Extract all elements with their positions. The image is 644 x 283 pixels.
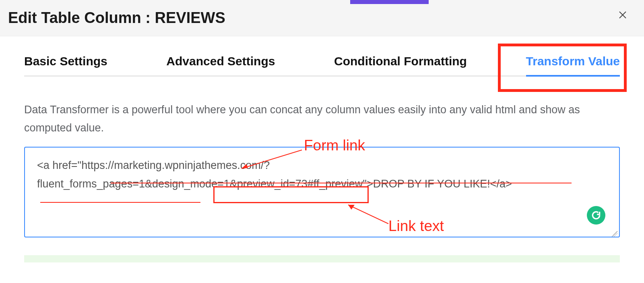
tab-bar: Basic Settings Advanced Settings Conditi… (24, 54, 620, 77)
tab-transform-value[interactable]: Transform Value (526, 54, 620, 75)
tab-conditional-formatting[interactable]: Conditional Formatting (334, 54, 467, 75)
content-area: Basic Settings Advanced Settings Conditi… (0, 54, 644, 262)
transform-value-textarea[interactable] (24, 147, 620, 237)
close-icon[interactable] (616, 8, 630, 22)
modal-header: Edit Table Column : REVIEWS (0, 0, 644, 36)
textarea-wrapper (24, 147, 620, 239)
grammarly-icon[interactable] (587, 206, 605, 225)
tab-advanced-settings[interactable]: Advanced Settings (166, 54, 275, 75)
page-title: Edit Table Column : REVIEWS (8, 9, 225, 27)
description-text: Data Transformer is a powerful tool wher… (24, 101, 620, 137)
purple-accent-bar (350, 0, 429, 4)
footer-green-bar (24, 255, 620, 262)
tab-basic-settings[interactable]: Basic Settings (24, 54, 107, 75)
